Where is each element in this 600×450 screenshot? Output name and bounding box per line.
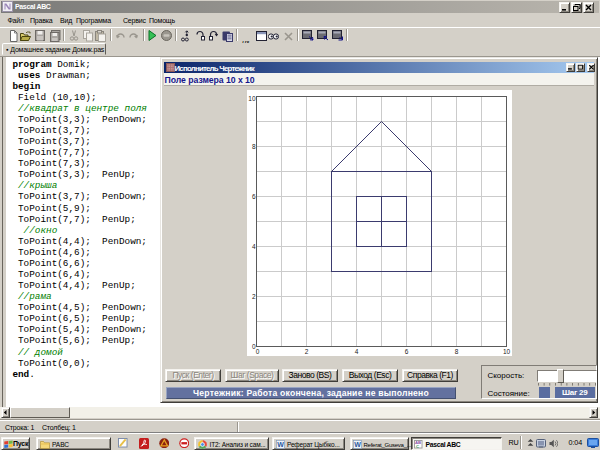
svg-text:2: 2 — [252, 293, 256, 300]
svg-text:0: 0 — [256, 348, 260, 355]
svg-text:4: 4 — [355, 348, 359, 355]
svg-text:8: 8 — [252, 143, 256, 150]
svg-text:C: C — [416, 444, 419, 449]
svg-text:4: 4 — [252, 243, 256, 250]
svg-text:10: 10 — [503, 348, 511, 355]
svg-text:2: 2 — [305, 348, 309, 355]
svg-text:6: 6 — [405, 348, 409, 355]
svg-text:6: 6 — [252, 193, 256, 200]
svg-text:10: 10 — [248, 95, 256, 102]
svg-text:W: W — [277, 441, 284, 448]
svg-text:W: W — [354, 441, 361, 448]
svg-text:8: 8 — [455, 348, 459, 355]
